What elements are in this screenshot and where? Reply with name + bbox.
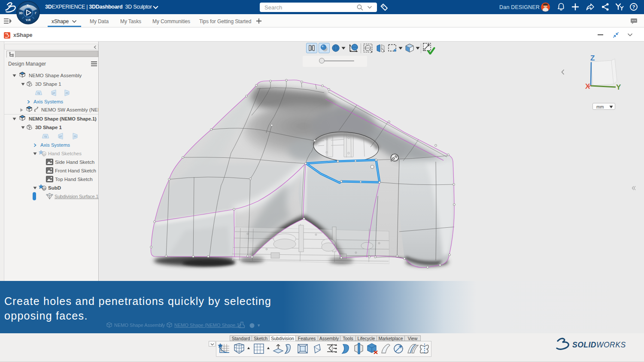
svg-text:zx: zx	[74, 135, 77, 138]
svg-text:xy: xy	[44, 135, 47, 138]
svg-text:V.R: V.R	[26, 18, 30, 21]
svg-text:Yy: Yy	[27, 4, 30, 7]
svg-text:3D: 3D	[19, 12, 23, 15]
svg-text:SOLIDWORKS: SOLIDWORKS	[572, 341, 626, 349]
svg-text:zx: zx	[66, 91, 69, 94]
svg-text:Z: Z	[590, 54, 595, 62]
svg-text:i': i'	[35, 12, 36, 15]
svg-text:yz: yz	[52, 91, 55, 95]
svg-text:xy: xy	[37, 91, 40, 95]
svg-text:Y: Y	[616, 83, 621, 91]
svg-text:yz: yz	[59, 135, 62, 138]
svg-text:?: ?	[632, 4, 635, 9]
